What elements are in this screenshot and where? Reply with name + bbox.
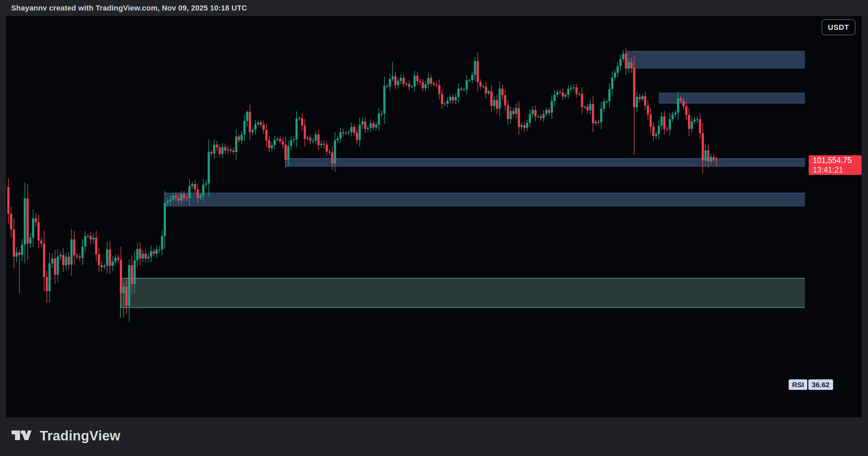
candle-body bbox=[254, 124, 256, 130]
candle-body bbox=[389, 79, 391, 86]
candle-body bbox=[153, 251, 155, 254]
candle-body bbox=[567, 89, 569, 95]
candle-body bbox=[95, 238, 97, 254]
candle-body bbox=[556, 92, 558, 95]
candle-body bbox=[529, 114, 531, 123]
candle-body bbox=[402, 78, 405, 84]
candle-body bbox=[658, 125, 660, 134]
candle-body bbox=[186, 198, 188, 199]
candle-body bbox=[414, 76, 416, 86]
candle-body bbox=[59, 255, 61, 257]
candle-body bbox=[199, 196, 201, 198]
demand-zone-76k-80k[interactable] bbox=[120, 278, 805, 318]
candle-body bbox=[597, 122, 599, 122]
candle-body bbox=[150, 251, 152, 257]
candle-body bbox=[628, 62, 630, 68]
candle-body bbox=[166, 201, 169, 203]
candle-body bbox=[488, 91, 490, 93]
candle-body bbox=[348, 132, 350, 133]
tradingview-screenshot: Shayannv created with TradingView.com, N… bbox=[0, 0, 868, 456]
candle-body bbox=[455, 97, 457, 100]
candle-body bbox=[608, 89, 610, 101]
candle-body bbox=[76, 255, 78, 257]
candle-body bbox=[301, 118, 303, 126]
candle-body bbox=[183, 194, 185, 198]
candle-body bbox=[562, 93, 564, 97]
candle-body bbox=[51, 258, 53, 263]
candle-body bbox=[680, 98, 682, 101]
candle-body bbox=[265, 130, 267, 140]
candle-body bbox=[496, 100, 498, 108]
candle-body bbox=[378, 114, 380, 125]
candle-body bbox=[671, 115, 673, 119]
candle-body bbox=[337, 138, 339, 140]
candle-body bbox=[98, 254, 100, 265]
rsi-label-chip: RSI bbox=[789, 379, 807, 390]
candle-body bbox=[474, 61, 476, 75]
tradingview-logo[interactable]: TradingView bbox=[11, 428, 120, 443]
candle-body bbox=[433, 83, 435, 85]
candle-body bbox=[326, 145, 328, 152]
candle-body bbox=[633, 68, 635, 107]
candle-body bbox=[317, 135, 319, 145]
support-zone-95k[interactable] bbox=[165, 193, 805, 206]
candle-body bbox=[435, 85, 437, 85]
support-zone-101k[interactable] bbox=[286, 158, 805, 166]
candle-body bbox=[65, 257, 67, 265]
tradingview-logo-text: TradingView bbox=[40, 428, 120, 443]
candle-body bbox=[287, 146, 289, 160]
current-price-value: 101,554.75 bbox=[813, 156, 862, 165]
candle-body bbox=[112, 261, 114, 266]
candle-body bbox=[235, 137, 237, 152]
candle-body bbox=[202, 184, 204, 196]
candle-body bbox=[339, 132, 341, 138]
candle-body bbox=[611, 77, 613, 89]
candle-body bbox=[356, 133, 358, 140]
candle-body bbox=[370, 123, 372, 128]
candle-body bbox=[479, 82, 481, 86]
candle-body bbox=[213, 145, 215, 154]
candle-body bbox=[499, 88, 501, 108]
candle-body bbox=[466, 80, 468, 90]
candle-body bbox=[650, 115, 652, 127]
candle-body bbox=[21, 245, 23, 255]
candle-body bbox=[40, 241, 42, 244]
candle-body bbox=[575, 87, 577, 94]
candle-body bbox=[241, 135, 243, 140]
candle-body bbox=[705, 151, 707, 160]
quote-currency-button[interactable]: USDT bbox=[822, 19, 855, 35]
candle-body bbox=[158, 250, 160, 250]
candle-body bbox=[625, 54, 627, 69]
candle-body bbox=[361, 121, 363, 125]
candle-body bbox=[304, 125, 306, 139]
candle-body bbox=[693, 120, 695, 121]
chart-canvas[interactable] bbox=[0, 0, 868, 456]
candle-body bbox=[350, 127, 352, 132]
candle-body bbox=[696, 119, 698, 120]
candle-body bbox=[262, 125, 264, 130]
candle-body bbox=[142, 254, 144, 258]
candle-body bbox=[622, 54, 624, 59]
candle-body bbox=[510, 111, 512, 119]
candle-body bbox=[54, 258, 56, 274]
candle-body bbox=[584, 107, 586, 107]
rsi-indicator-badge[interactable]: RSI 36.62 bbox=[789, 379, 833, 390]
candle-body bbox=[493, 100, 495, 106]
candle-body bbox=[419, 81, 421, 82]
candle-body bbox=[43, 243, 45, 277]
candle-body bbox=[702, 133, 704, 161]
candle-body bbox=[660, 116, 663, 125]
candle-body bbox=[191, 184, 193, 186]
resistance-zone-124k[interactable] bbox=[626, 51, 805, 68]
candle-body bbox=[380, 114, 382, 114]
candle-body bbox=[342, 132, 344, 133]
candle-body bbox=[284, 145, 287, 160]
candle-body bbox=[290, 140, 292, 146]
candle-body bbox=[663, 116, 665, 129]
candle-body bbox=[90, 236, 92, 239]
candle-body bbox=[471, 75, 473, 80]
current-price-badge: 101,554.75 13:41:21 bbox=[809, 155, 862, 175]
candle-body bbox=[205, 183, 207, 184]
candle-body bbox=[383, 86, 386, 114]
candle-body bbox=[136, 249, 138, 260]
